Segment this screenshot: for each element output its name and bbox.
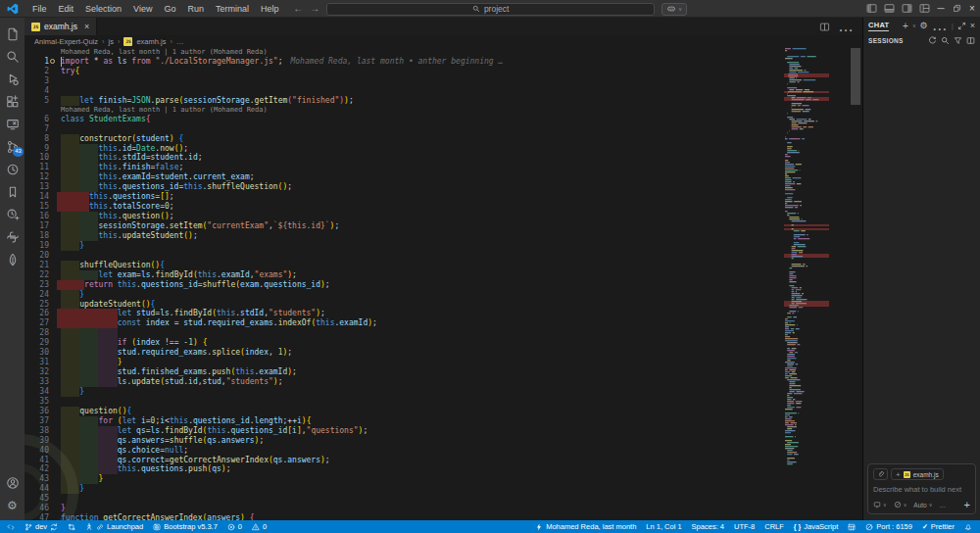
activity-history[interactable]	[0, 158, 24, 180]
add-button[interactable]: +	[964, 500, 970, 509]
tab-chat[interactable]: CHAT	[868, 21, 889, 31]
activity-explorer[interactable]	[0, 23, 24, 45]
status-indentation[interactable]: Spaces: 4	[692, 522, 724, 531]
activity-time-tracker[interactable]	[0, 203, 24, 225]
refresh-icon[interactable]	[928, 36, 937, 45]
code-line[interactable]: 7	[24, 124, 862, 134]
status-git-branch[interactable]: dev	[24, 522, 58, 531]
status-warnings[interactable]: 0	[252, 522, 267, 531]
status-bootstrap[interactable]: Bootstrap v5.3.7	[153, 522, 218, 531]
activity-source-control[interactable]: 43	[0, 135, 24, 158]
chat-input-box[interactable]: + JS examh.js Describe what to build nex…	[867, 463, 976, 514]
toggle-primary-sidebar-icon[interactable]	[866, 3, 877, 14]
status-remote[interactable]	[7, 523, 15, 531]
close-window-button[interactable]: ×	[964, 0, 980, 18]
close-panel-icon[interactable]: ×	[970, 21, 975, 30]
activity-settings[interactable]: ⚙	[0, 494, 24, 516]
activity-account[interactable]	[0, 471, 24, 494]
code-line[interactable]: 40 qs.choice=null;	[24, 446, 862, 456]
status-launchpad[interactable]: Launchpad	[85, 522, 143, 531]
code-line[interactable]: 16 this.question();	[24, 212, 862, 221]
nav-back-icon[interactable]: ←	[293, 4, 303, 14]
toggle-secondary-sidebar-icon[interactable]	[902, 3, 912, 14]
code-line[interactable]: 32 stud.finished_exams.push(this.examId)…	[24, 367, 862, 377]
activity-run-debug[interactable]	[0, 68, 24, 90]
status-errors[interactable]: 0	[227, 522, 242, 531]
code-line[interactable]: 22 let exam=ls.findById(this.examId,"exa…	[24, 270, 862, 280]
breadcrumb-item[interactable]: Animal-Expert-Quiz	[34, 37, 98, 46]
filter-icon[interactable]	[954, 36, 962, 45]
copilot-button[interactable]: ∨	[662, 3, 687, 16]
chat-input-placeholder[interactable]: Describe what to build next	[873, 485, 970, 494]
code-line[interactable]: 15 this.totalScore=0;	[24, 202, 862, 212]
expand-panel-icon[interactable]	[957, 22, 966, 30]
code-line[interactable]: 36 question(){	[24, 407, 862, 416]
code-line[interactable]: 38 let qs=ls.findById(this.questions_id[…	[24, 426, 862, 436]
more-icon[interactable]: …	[932, 17, 948, 34]
code-line[interactable]: 6class StudentExams{	[24, 115, 862, 124]
menu-terminal[interactable]: Terminal	[210, 2, 255, 16]
code-line[interactable]: 5 let finish=JSON.parse(sessionStorage.g…	[24, 96, 862, 106]
code-line[interactable]: 3	[24, 76, 862, 86]
code-line[interactable]: 8 constructor(student) {	[24, 134, 862, 144]
code-line[interactable]: 1import * as ls from "./LocalStorageMana…	[24, 57, 862, 67]
breadcrumb-item[interactable]: js	[109, 37, 114, 46]
activity-python[interactable]	[0, 225, 24, 248]
menu-selection[interactable]: Selection	[79, 2, 127, 16]
status-git-compare[interactable]	[68, 523, 75, 531]
code-line[interactable]: 30 stud.required_exams.splice(index, 1);	[24, 348, 862, 358]
mode-selector[interactable]: ∨	[873, 501, 887, 509]
new-chat-icon[interactable]: +	[903, 21, 908, 31]
minimize-button[interactable]: ─	[933, 0, 949, 18]
code-line[interactable]: 42 this.questions.push(qs);	[24, 464, 862, 474]
tab-close-icon[interactable]: ×	[84, 22, 89, 31]
code-line[interactable]: 25 updateStudent(){	[24, 300, 862, 310]
search-sessions-icon[interactable]	[941, 36, 950, 45]
menu-file[interactable]: File	[26, 2, 53, 16]
status-live-server[interactable]: Port : 6159	[865, 522, 912, 531]
model-selector[interactable]: Auto∨	[913, 502, 932, 509]
more-options-icon[interactable]: …	[939, 502, 946, 509]
code-line[interactable]: 11 this.finish=false;	[24, 163, 862, 172]
code-line[interactable]: 12 this.examId=student.current_exam;	[24, 172, 862, 182]
code-line[interactable]: 35	[24, 397, 862, 407]
status-cursor-position[interactable]: Ln 1, Col 1	[646, 522, 681, 531]
code-lens[interactable]: Mohamed Reda, last month | 1 author (Moh…	[24, 106, 862, 115]
status-blame[interactable]: Mohamed Reda, last month	[535, 522, 636, 531]
restore-button[interactable]	[949, 0, 964, 18]
code-line[interactable]: 18 this.updateStudent();	[24, 231, 862, 241]
attached-file-chip[interactable]: + JS examh.js	[891, 468, 944, 480]
status-notifications[interactable]	[964, 523, 972, 531]
tools-selector[interactable]: ∨	[894, 501, 907, 509]
code-line[interactable]: 31 }	[24, 358, 862, 367]
code-line[interactable]: 28	[24, 328, 862, 338]
code-line[interactable]: 23 return this.questions_id=shuffle(exam…	[24, 280, 862, 290]
gear-icon[interactable]: ⚙	[920, 21, 928, 30]
activity-search[interactable]	[0, 45, 24, 68]
breadcrumb-item[interactable]: examh.js	[136, 37, 166, 46]
code-line[interactable]: 45	[24, 494, 862, 504]
tab-examh-js[interactable]: JS examh.js ×	[24, 18, 97, 35]
status-language-mode[interactable]: { }JavaScript	[794, 522, 838, 531]
code-line[interactable]: 29 if (index !== -1) {	[24, 338, 862, 348]
code-line[interactable]: 27 const index = stud.required_exams.ind…	[24, 318, 862, 328]
more-actions-icon[interactable]: …	[838, 18, 855, 35]
code-line[interactable]: 43 }	[24, 474, 862, 484]
activity-mongodb[interactable]	[0, 248, 24, 270]
code-line[interactable]: 21 shuffleQuestion(){	[24, 261, 862, 270]
code-line[interactable]: 37 for (let i=0;i<this.questions_id.leng…	[24, 416, 862, 426]
code-line[interactable]: 46}	[24, 504, 862, 513]
activity-bookmarks[interactable]	[0, 180, 24, 203]
minimap[interactable]	[784, 48, 849, 469]
code-editor[interactable]: Mohamed Reda, last month | 1 author (Moh…	[24, 48, 862, 520]
code-line[interactable]: 13 this.questions_id=this.shuffleQuestio…	[24, 182, 862, 192]
code-line[interactable]: 34 }	[24, 387, 862, 397]
code-line[interactable]: 9 this.id=Date.now();	[24, 144, 862, 154]
code-line[interactable]: 24 }	[24, 290, 862, 300]
status-grid[interactable]	[848, 523, 856, 531]
menu-help[interactable]: Help	[255, 2, 285, 16]
split-editor-icon[interactable]	[819, 22, 830, 32]
status-encoding[interactable]: UTF-8	[734, 522, 755, 531]
menu-view[interactable]: View	[127, 2, 158, 16]
code-line[interactable]: 41 qs.correct=getCorrectAnswerIndex(qs.a…	[24, 456, 862, 465]
